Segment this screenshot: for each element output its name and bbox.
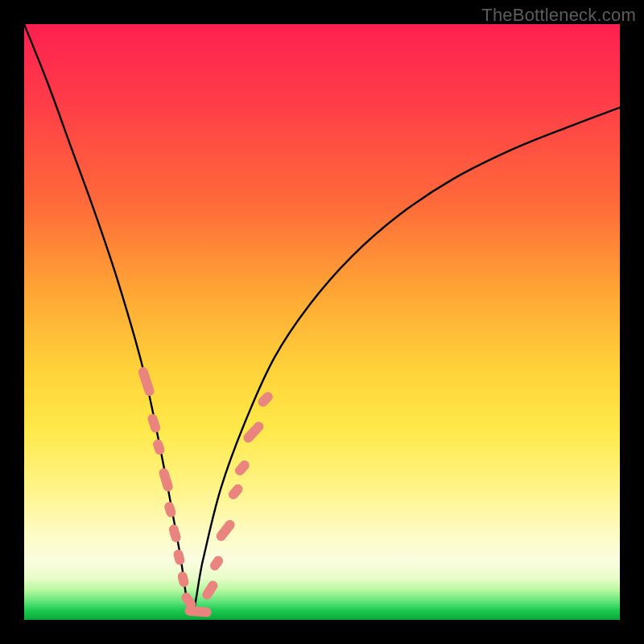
marker-capsule — [152, 438, 166, 456]
watermark-text: TheBottleneck.com — [481, 5, 636, 26]
marker-capsule — [226, 482, 245, 502]
marker-capsule — [256, 390, 275, 409]
marker-capsule — [163, 501, 177, 518]
marker-capsule — [200, 579, 220, 601]
marker-capsule — [158, 467, 174, 493]
marker-capsule — [137, 366, 155, 398]
marker-capsule — [172, 548, 186, 566]
marker-capsule — [214, 518, 237, 543]
plot-area — [24, 24, 620, 620]
marker-capsule — [208, 554, 225, 572]
marker-capsule — [147, 413, 162, 434]
marker-capsule — [184, 605, 212, 617]
chart-frame: TheBottleneck.com — [0, 0, 644, 644]
marker-capsule — [167, 523, 182, 543]
curve-layer — [24, 24, 620, 620]
highlight-markers — [137, 366, 275, 618]
bottleneck-curve — [24, 24, 620, 614]
marker-capsule — [176, 571, 189, 588]
marker-capsule — [233, 459, 252, 478]
